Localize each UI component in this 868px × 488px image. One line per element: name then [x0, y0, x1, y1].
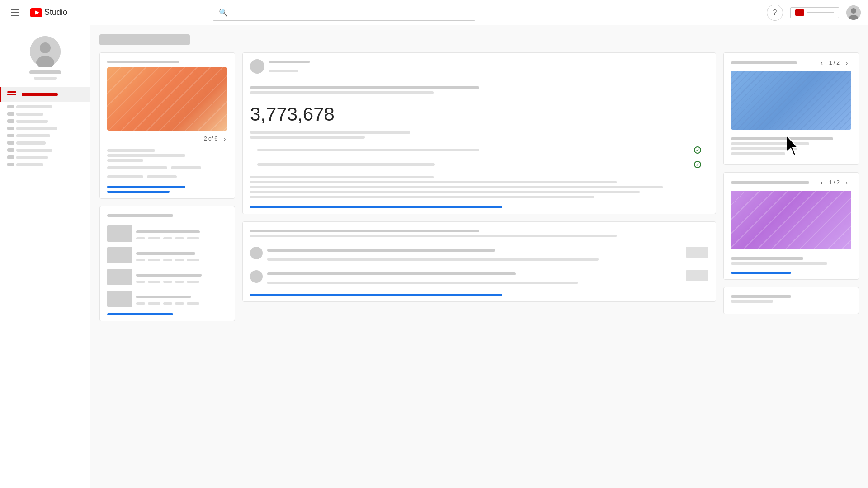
card1-next-btn[interactable]: › [220, 134, 229, 143]
card2-text1 [250, 176, 434, 178]
card4-progress-bar [107, 313, 173, 315]
comment-action-1[interactable] [686, 247, 708, 258]
card1-bar5 [171, 166, 201, 169]
comment-avatar-2 [250, 270, 263, 283]
logo[interactable]: Studio [30, 8, 67, 17]
card3-bar3 [731, 147, 797, 150]
right-column: ‹ 1 / 2 › [723, 52, 859, 321]
card1-text-area [100, 145, 235, 182]
card-bottom-partial [723, 287, 859, 314]
card2-stat1-label [257, 149, 479, 151]
list-item-3[interactable] [100, 266, 235, 288]
sidebar-item-3[interactable] [7, 119, 83, 123]
card1-bar1 [107, 149, 155, 152]
card1-bar7 [147, 175, 177, 178]
card3-thumbnail[interactable] [731, 71, 851, 130]
card6-title [731, 295, 791, 298]
comment-item-1[interactable] [243, 243, 716, 267]
card6-header [724, 287, 859, 309]
list-thumb-4 [107, 291, 132, 307]
search-icon: 🔍 [219, 8, 228, 17]
card3b-thumbnail[interactable] [731, 191, 851, 249]
sidebar-item-8[interactable] [7, 155, 83, 159]
list-meta-2 [136, 250, 227, 261]
main-content: 2 of 6 › [90, 25, 868, 330]
sidebar-item-4[interactable] [7, 127, 83, 130]
sidebar-avatar[interactable] [30, 36, 61, 67]
sidebar-profile [0, 29, 90, 87]
card3-header: ‹ 1 / 2 › [724, 53, 859, 71]
card3b-prev-btn[interactable]: ‹ [817, 178, 826, 187]
card1-bar3 [107, 159, 143, 162]
list-title-2 [136, 252, 195, 255]
card3-bar1 [731, 137, 833, 140]
card1-pagination-row: 2 of 6 › [100, 134, 235, 145]
sidebar-item-dashboard[interactable] [0, 87, 90, 102]
card2-user-info [269, 58, 310, 75]
card2-text5 [250, 196, 594, 198]
sidebar-avatar-icon [30, 36, 61, 67]
menu-button[interactable] [7, 5, 23, 20]
card3-top-pagination-label: 1 / 2 [829, 60, 840, 66]
list-thumb-1 [107, 225, 132, 242]
flag-label [807, 12, 834, 13]
list-item-1[interactable] [100, 223, 235, 244]
card1-bar6 [107, 175, 143, 178]
card1-progress [100, 182, 235, 198]
card1-bar2 [107, 154, 185, 157]
studio-logo-text: Studio [44, 8, 67, 17]
header: Studio 🔍 ? [0, 0, 868, 25]
card4-title-bar [107, 214, 173, 217]
sidebar-item-7[interactable] [7, 148, 83, 152]
flag-button[interactable] [790, 7, 839, 18]
youtube-icon [30, 8, 42, 17]
dashboard-icon [7, 91, 16, 98]
card2-metric-section [243, 80, 716, 98]
comment-avatar-1 [250, 247, 263, 259]
card2-stat2-label [257, 163, 435, 166]
card3b-next-btn[interactable]: › [842, 178, 851, 187]
card2-user-sub [269, 70, 298, 72]
list-title-3 [136, 274, 202, 277]
card1-bar4 [107, 166, 167, 169]
card3-bar2 [731, 142, 809, 145]
list-stats-3 [136, 281, 227, 283]
sidebar-item-2[interactable] [7, 112, 83, 116]
card3b-title [731, 181, 809, 184]
comment-text-1 [267, 258, 599, 261]
svg-point-6 [40, 42, 51, 53]
card2-stat-row1: ✓ [250, 145, 708, 155]
card-stats: 3,773,678 ✓ ✓ [242, 52, 716, 214]
card3b-header: ‹ 1 / 2 › [724, 173, 859, 191]
search-input[interactable] [231, 9, 469, 16]
list-stats-4 [136, 302, 227, 305]
help-button[interactable]: ? [767, 5, 783, 21]
card3b-progress-bar [731, 272, 791, 274]
card2-lower-text [243, 172, 716, 202]
card2-stat-rows: ✓ ✓ [243, 141, 716, 172]
list-item-2[interactable] [100, 244, 235, 266]
comment-item-2[interactable] [243, 267, 716, 290]
card5-header [243, 222, 716, 243]
card5-progress-bar [250, 294, 502, 296]
sidebar-item-1[interactable] [7, 105, 83, 108]
list-item-4[interactable] [100, 288, 235, 310]
sidebar-item-9[interactable] [7, 163, 83, 166]
comment-action-2[interactable] [686, 270, 708, 281]
dashboard-label [22, 93, 58, 96]
account-avatar[interactable] [846, 5, 861, 20]
comment-name-1 [267, 249, 495, 252]
sidebar-item-6[interactable] [7, 141, 83, 145]
list-meta-3 [136, 272, 227, 283]
left-column: 2 of 6 › [99, 52, 235, 321]
card3-top-text [724, 133, 859, 159]
card1-thumbnail[interactable] [107, 67, 227, 131]
card3-top-prev-btn[interactable]: ‹ [817, 58, 826, 67]
card2-user-name [269, 61, 310, 63]
sidebar-item-5[interactable] [7, 134, 83, 137]
card3-top-next-btn[interactable]: › [842, 58, 851, 67]
card1-bar-row [107, 164, 227, 171]
search-bar[interactable]: 🔍 [213, 5, 475, 21]
card3b-progress [724, 269, 859, 279]
comment-name-2 [267, 272, 516, 275]
